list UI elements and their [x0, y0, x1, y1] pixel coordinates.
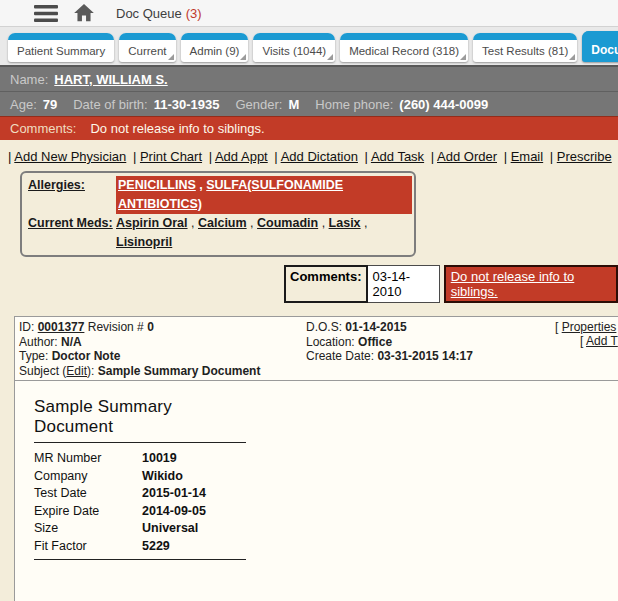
doc-id-link[interactable]: 0001377	[38, 320, 85, 334]
action-link[interactable]: Add Appt	[215, 149, 268, 164]
subject-value: Sample Summary Document	[98, 364, 261, 378]
action-link-item: Email	[504, 149, 547, 164]
doc-subject-field: Subject (Edit): Sample Summary Document	[19, 364, 618, 379]
tab[interactable]: Admin (9)	[181, 33, 249, 62]
patient-name-bar: Name: HART, WILLIAM S.	[0, 65, 618, 91]
add-template-link-wrap: Add T	[580, 334, 618, 349]
action-links-bar: Add New Physician Print Chart Add Appt A…	[0, 140, 618, 164]
comment-alert-link[interactable]: Do not release info to siblings.	[444, 265, 618, 303]
doc-create-field: Create Date: 03-31-2015 14:17	[306, 349, 618, 364]
name-label: Name:	[10, 72, 48, 87]
gender-value: M	[288, 97, 299, 112]
tab-label: Document S	[591, 43, 618, 57]
properties-link-wrap: Properties	[555, 320, 616, 335]
top-bar: Doc Queue (3)	[0, 0, 618, 27]
home-icon[interactable]	[74, 4, 94, 22]
patient-demographics-bar: Age:79 Date of birth:11-30-1935 Gender:M…	[0, 91, 618, 116]
comments-bar-label: Comments:	[10, 121, 76, 136]
phone-label: Home phone:	[315, 97, 393, 112]
hamburger-menu-icon[interactable]	[34, 5, 58, 22]
current-meds-row: Current Meds: Aspirin Oral Calcium Couma…	[28, 214, 412, 252]
tab-label: Test Results (81)	[482, 45, 568, 57]
patient-comments-bar: Comments: Do not release info to sibling…	[0, 116, 618, 140]
action-link[interactable]: Add Task	[371, 149, 424, 164]
tab-label: Admin (9)	[190, 45, 240, 57]
med-link[interactable]: Lisinopril	[116, 235, 172, 249]
tab-label: Current	[128, 45, 166, 57]
action-link[interactable]: Add New Physician	[14, 149, 126, 164]
add-template-link[interactable]: Add T	[586, 334, 618, 348]
current-meds-label-link[interactable]: Current Meds:	[28, 214, 116, 252]
document-info-header: ID: 0001377 Revision # 0 D.O.S: 01-14-20…	[15, 317, 618, 381]
action-link[interactable]: Add Dictation	[281, 149, 358, 164]
tab[interactable]: Current	[119, 33, 175, 62]
med-link[interactable]: Calcium	[198, 216, 247, 230]
tab-label: Visits (1044)	[262, 45, 326, 57]
action-link[interactable]: Prescribe	[557, 149, 612, 164]
med-link[interactable]: Aspirin Oral	[116, 216, 188, 230]
allergy-values: PENICILLINS SULFA(SULFONAMIDE ANTIBIOTIC…	[116, 176, 412, 214]
field-label: Size	[34, 520, 142, 538]
phone-value: (260) 444-0099	[399, 97, 488, 112]
allergy-meds-box: Allergies: PENICILLINS SULFA(SULFONAMIDE…	[20, 171, 416, 257]
doc-queue-count: (3)	[186, 6, 202, 21]
action-link[interactable]: Print Chart	[140, 149, 202, 164]
document-comment-lines: comment4 comment3 comment2 comment1	[46, 572, 618, 601]
med-item: Coumadin	[250, 216, 318, 230]
document-viewer: Sample Summary Document MR Number 10019 …	[15, 381, 618, 601]
tab[interactable]: Test Results (81)	[473, 33, 577, 62]
dos-label: D.O.S:	[306, 320, 342, 334]
tab[interactable]: Visits (1044)	[253, 33, 335, 62]
allergies-label-link[interactable]: Allergies:	[28, 176, 116, 214]
med-link[interactable]: Coumadin	[257, 216, 318, 230]
type-label: Type:	[19, 349, 48, 363]
subject-edit-link[interactable]: Edit	[66, 364, 87, 378]
allergy-item: PENICILLINS	[118, 178, 196, 192]
subject-label: Subject (	[19, 364, 66, 378]
med-item: Lasix	[322, 216, 361, 230]
field-label: Company	[34, 468, 142, 486]
tab[interactable]: Medical Record (318)	[340, 33, 468, 62]
action-link-item: Add New Physician	[8, 149, 129, 164]
properties-link[interactable]: Properties	[562, 320, 617, 334]
table-row: Company Wikido	[34, 468, 246, 486]
field-value: 10019	[142, 450, 246, 468]
create-date-value: 03-31-2015 14:17	[377, 349, 472, 363]
action-link-item: Add Task	[365, 149, 428, 164]
revision-label: Revision #	[88, 320, 144, 334]
med-link[interactable]: Lasix	[329, 216, 361, 230]
patient-name-link[interactable]: HART, WILLIAM S.	[54, 72, 167, 87]
dos-value: 01-14-2015	[345, 320, 406, 334]
age-label: Age:	[10, 97, 37, 112]
field-value: 5229	[142, 538, 246, 556]
allergy-link[interactable]: PENICILLINS	[118, 178, 196, 192]
comment-box-label: Comments:	[284, 265, 368, 303]
comment-date-field[interactable]: 03-14-2010	[368, 265, 440, 303]
field-value: Universal	[142, 520, 246, 538]
location-value: Office	[358, 335, 392, 349]
doc-author-field: Author: N/A	[19, 335, 306, 350]
field-label: MR Number	[34, 450, 142, 468]
comment-entry-row: Comments: 03-14-2010 Do not release info…	[284, 265, 618, 303]
gender-label: Gender:	[235, 97, 282, 112]
allergies-row: Allergies: PENICILLINS SULFA(SULFONAMIDE…	[28, 176, 412, 214]
tab-label: Patient Summary	[17, 45, 105, 57]
author-label: Author:	[19, 335, 58, 349]
main-content: Add New Physician Print Chart Add Appt A…	[0, 140, 618, 601]
document-panel: ID: 0001377 Revision # 0 D.O.S: 01-14-20…	[14, 316, 618, 601]
create-date-label: Create Date:	[306, 349, 374, 363]
tab[interactable]: Document S	[582, 31, 618, 62]
table-row: Size Universal	[34, 520, 246, 538]
document-fields-table: MR Number 10019 Company Wikido Test Date…	[34, 443, 246, 560]
doc-id-field: ID: 0001377 Revision # 0	[19, 320, 306, 335]
field-label: Test Date	[34, 485, 142, 503]
action-link[interactable]: Email	[511, 149, 544, 164]
field-value: Wikido	[142, 468, 246, 486]
age-value: 79	[43, 97, 57, 112]
table-row: MR Number 10019	[34, 450, 246, 468]
doc-type-field: Type: Doctor Note	[19, 349, 306, 364]
subject-close: ):	[87, 364, 94, 378]
med-item: Aspirin Oral	[116, 216, 188, 230]
tab[interactable]: Patient Summary	[8, 33, 114, 62]
action-link[interactable]: Add Order	[437, 149, 497, 164]
